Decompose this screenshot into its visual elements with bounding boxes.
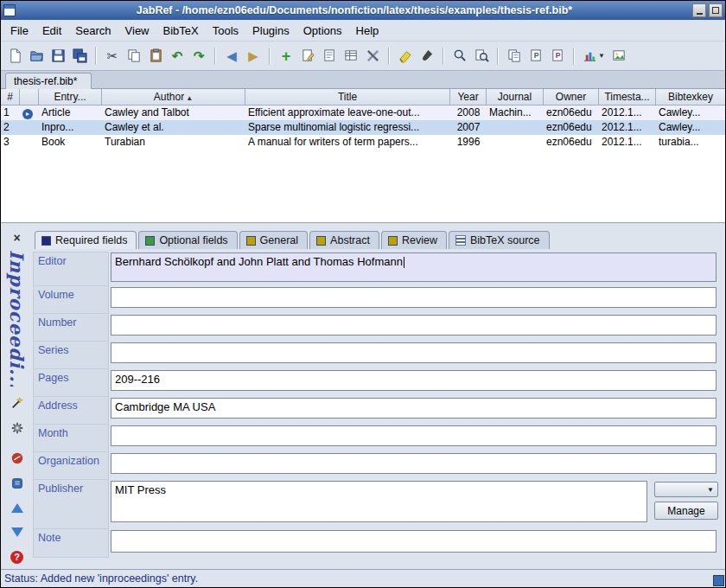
- month-field-input[interactable]: [111, 425, 716, 446]
- generate-key-wand-icon[interactable]: [9, 394, 26, 412]
- menu-options[interactable]: Options: [297, 22, 348, 40]
- manage-publishers-button[interactable]: Manage: [654, 502, 718, 520]
- organization-field-input[interactable]: [111, 453, 716, 474]
- pdf-icon[interactable]: [9, 450, 26, 467]
- edit-strings-icon[interactable]: [319, 46, 340, 67]
- col-icon[interactable]: [20, 89, 39, 105]
- col-timestamp[interactable]: Timesta...: [599, 89, 656, 105]
- status-text: Status: Added new 'inproceedings' entry.: [4, 572, 198, 585]
- next-entry-icon[interactable]: [9, 524, 26, 541]
- cell-owner: ezn06edu: [544, 120, 599, 135]
- ps-icon[interactable]: [9, 475, 26, 492]
- cut-icon[interactable]: ✂: [102, 46, 123, 67]
- cell-journal: Machin...: [487, 105, 544, 120]
- new-entry-icon[interactable]: +: [276, 46, 296, 67]
- push-to-winedt-icon[interactable]: P: [547, 46, 568, 67]
- series-field-input[interactable]: [111, 342, 716, 363]
- edit-preamble-icon[interactable]: [341, 46, 361, 67]
- col-author[interactable]: Author▲: [102, 89, 245, 105]
- edit-entry-icon[interactable]: [297, 46, 318, 67]
- resize-grip[interactable]: [713, 575, 724, 586]
- dropdown-arrow-icon: ▼: [598, 52, 605, 60]
- tab-label: Required fields: [55, 234, 127, 246]
- file-tab[interactable]: thesis-ref.bib*: [5, 73, 92, 89]
- publisher-field-input[interactable]: MIT Press: [111, 481, 647, 522]
- menu-bibtex[interactable]: BibTeX: [157, 22, 205, 40]
- table-row[interactable]: 3 Book Turabian A manual for writers of …: [1, 135, 725, 150]
- editor-field-input[interactable]: Bernhard Schölkopf and John Platt and Th…: [111, 252, 716, 282]
- note-field-input[interactable]: [111, 530, 716, 553]
- save-database-icon[interactable]: [48, 46, 68, 67]
- tab-bibtex-source[interactable]: BibTeX source: [449, 231, 550, 249]
- copy-icon[interactable]: [124, 46, 144, 67]
- menu-tools[interactable]: Tools: [207, 22, 245, 40]
- menu-help[interactable]: Help: [350, 22, 385, 40]
- cell-year: 2008: [450, 105, 487, 120]
- new-database-icon[interactable]: [4, 46, 25, 67]
- col-title[interactable]: Title: [245, 89, 450, 105]
- field-label-pages: Pages: [33, 368, 109, 397]
- undo-icon[interactable]: ↶: [167, 46, 188, 67]
- gear-icon[interactable]: [9, 419, 26, 437]
- menu-file[interactable]: File: [4, 22, 35, 40]
- redo-icon[interactable]: ↷: [188, 46, 209, 67]
- titlebar[interactable]: JabRef - /home/ezn06edu/Documents/nonfic…: [1, 1, 725, 20]
- close-editor-button[interactable]: ×: [10, 231, 23, 245]
- table-row[interactable]: 2 Inpro... Cawley et al. Sparse multinom…: [1, 120, 725, 135]
- cell-bibtexkey: Cawley...: [656, 120, 725, 135]
- toolbar-separator: [497, 48, 499, 65]
- number-field-input[interactable]: [111, 315, 716, 336]
- col-year[interactable]: Year: [450, 89, 487, 105]
- push-to-lyx-icon[interactable]: P: [525, 46, 546, 67]
- forward-icon[interactable]: ▶: [243, 46, 264, 67]
- openoffice-icon[interactable]: [608, 46, 629, 67]
- back-icon[interactable]: ◀: [221, 46, 242, 67]
- volume-field-input[interactable]: [111, 287, 716, 308]
- tab-optional-fields[interactable]: Optional fields: [138, 231, 237, 249]
- tab-general[interactable]: General: [239, 231, 308, 249]
- menu-plugins[interactable]: Plugins: [246, 22, 296, 40]
- paste-icon[interactable]: [145, 46, 166, 67]
- svg-text:P: P: [555, 51, 560, 60]
- col-num[interactable]: #: [1, 89, 20, 105]
- incremental-search-icon[interactable]: [471, 46, 492, 67]
- copy-citation-icon[interactable]: [504, 46, 525, 67]
- table-row[interactable]: 1 ▸ Article Cawley and Talbot Efficient …: [1, 105, 725, 120]
- tab-required-fields[interactable]: Required fields: [35, 231, 137, 249]
- address-field-input[interactable]: Cambridge MA USA: [111, 398, 716, 419]
- cell-num: 3: [1, 135, 20, 150]
- previous-entry-icon[interactable]: [9, 499, 26, 516]
- col-journal[interactable]: Journal: [487, 89, 544, 105]
- pages-field-input[interactable]: 209--216: [111, 370, 716, 391]
- menu-view[interactable]: View: [119, 22, 156, 40]
- col-owner[interactable]: Owner: [544, 89, 599, 105]
- menu-edit[interactable]: Edit: [36, 22, 67, 40]
- optional-square-icon: [145, 236, 155, 246]
- minimize-button[interactable]: [692, 3, 706, 17]
- jabref-window: JabRef - /home/ezn06edu/Documents/nonfic…: [0, 0, 726, 588]
- mark-entries-icon[interactable]: [395, 46, 416, 67]
- cell-title: A manual for writers of term papers...: [245, 135, 450, 150]
- col-entrytype[interactable]: Entry...: [39, 89, 102, 105]
- search-icon[interactable]: [449, 46, 470, 67]
- bibtex-source-icon: [455, 235, 466, 246]
- cell-num: 2: [1, 120, 20, 135]
- cell-owner: ezn06edu: [544, 105, 599, 120]
- toolbar-separator: [573, 48, 575, 65]
- maximize-button[interactable]: [709, 3, 723, 17]
- tab-review[interactable]: Review: [381, 231, 447, 249]
- unmark-entries-icon[interactable]: [417, 46, 437, 67]
- col-bibtexkey[interactable]: Bibtexkey: [656, 89, 725, 105]
- menu-search[interactable]: Search: [69, 22, 117, 40]
- publisher-dropdown[interactable]: ▼: [654, 482, 718, 497]
- save-all-icon[interactable]: [69, 46, 90, 67]
- open-database-icon[interactable]: [26, 46, 47, 67]
- cell-entrytype: Article: [39, 105, 102, 120]
- cell-entrytype: Inpro...: [39, 120, 102, 135]
- new-subdatabase-icon[interactable]: ▼: [580, 46, 608, 67]
- tab-abstract[interactable]: Abstract: [309, 231, 379, 249]
- splitter-handle[interactable]: [1, 222, 725, 229]
- help-icon[interactable]: ?: [9, 549, 26, 566]
- cleanup-icon[interactable]: [362, 46, 383, 67]
- field-label-organization: Organization: [33, 451, 109, 480]
